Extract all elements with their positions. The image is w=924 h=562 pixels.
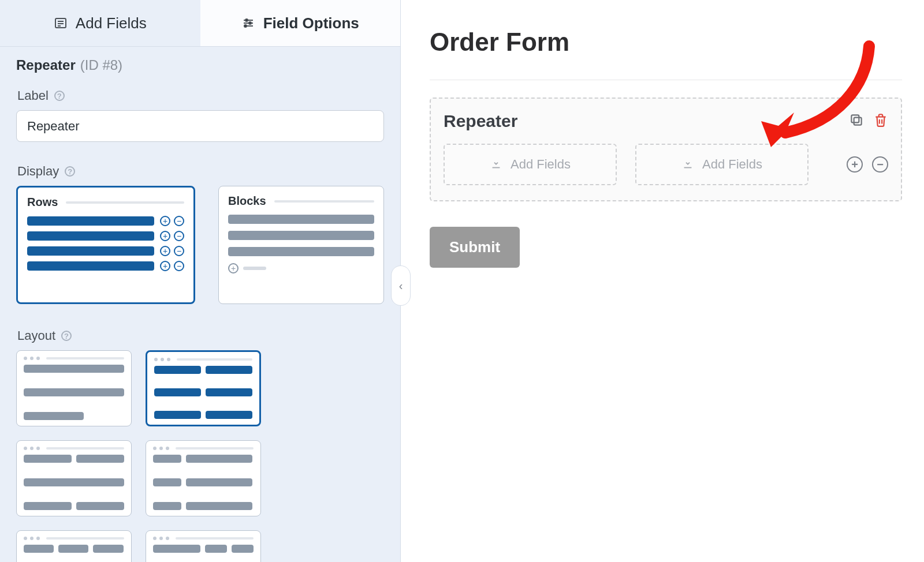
svg-point-9 [244,25,247,27]
tab-field-options[interactable]: Field Options [200,0,401,46]
repeater-remove-button[interactable]: − [872,156,888,173]
svg-point-8 [249,22,251,24]
download-icon [681,158,694,171]
trash-icon[interactable] [873,113,888,130]
display-option-blocks[interactable]: Blocks + [218,186,384,304]
layout-option-5[interactable] [146,530,261,562]
form-preview-canvas[interactable]: Order Form Repeater [401,0,924,562]
display-option-rows[interactable]: Rows +− +− +− +− [16,186,195,304]
layout-option-1[interactable] [146,350,261,426]
display-section-heading: Display [17,164,59,179]
decoration [274,200,374,203]
layout-section-heading: Layout [17,328,55,343]
submit-button[interactable]: Submit [430,227,520,268]
settings-panel: Add Fields Field Options Repeater (ID #8… [0,0,401,562]
repeater-field[interactable]: Repeater Add Fields [430,98,902,201]
layout-option-2[interactable] [16,440,132,516]
svg-rect-14 [493,167,500,168]
layout-option-3[interactable] [146,440,261,516]
form-preview-frame: Order Form Repeater [401,0,924,562]
add-fields-slot-2-label: Add Fields [702,157,762,172]
layout-option-4[interactable] [16,530,132,562]
display-option-blocks-title: Blocks [228,194,266,208]
repeater-field-label: Repeater [444,111,517,131]
add-fields-slot-2[interactable]: Add Fields [635,144,808,185]
svg-rect-10 [854,118,862,125]
help-icon[interactable]: ? [54,91,65,101]
sliders-icon [241,16,255,30]
svg-rect-11 [851,115,859,122]
help-icon[interactable]: ? [61,331,72,341]
svg-point-7 [245,19,248,21]
tab-field-options-label: Field Options [263,14,359,32]
layout-options [16,350,384,562]
field-type-heading: Repeater (ID #8) [16,57,384,73]
add-fields-slot-1[interactable]: Add Fields [444,144,617,185]
list-icon [54,16,68,30]
svg-rect-15 [684,167,692,168]
panel-tabs: Add Fields Field Options [0,0,400,47]
tab-add-fields[interactable]: Add Fields [0,0,200,46]
repeater-add-button[interactable]: + [847,156,863,173]
download-icon [490,158,502,171]
decoration [66,201,184,204]
tab-add-fields-label: Add Fields [76,14,147,32]
label-input[interactable] [16,110,384,142]
label-section-heading: Label [17,88,49,103]
form-title: Order Form [430,28,902,57]
layout-option-0[interactable] [16,350,132,426]
duplicate-icon[interactable] [849,113,864,130]
add-fields-slot-1-label: Add Fields [511,157,571,172]
field-type-name: Repeater [16,57,76,73]
field-id-label: (ID #8) [80,57,122,73]
divider [430,80,902,80]
collapse-panel-toggle[interactable]: ‹ [391,265,411,306]
help-icon[interactable]: ? [65,166,75,177]
display-option-rows-title: Rows [27,196,58,209]
